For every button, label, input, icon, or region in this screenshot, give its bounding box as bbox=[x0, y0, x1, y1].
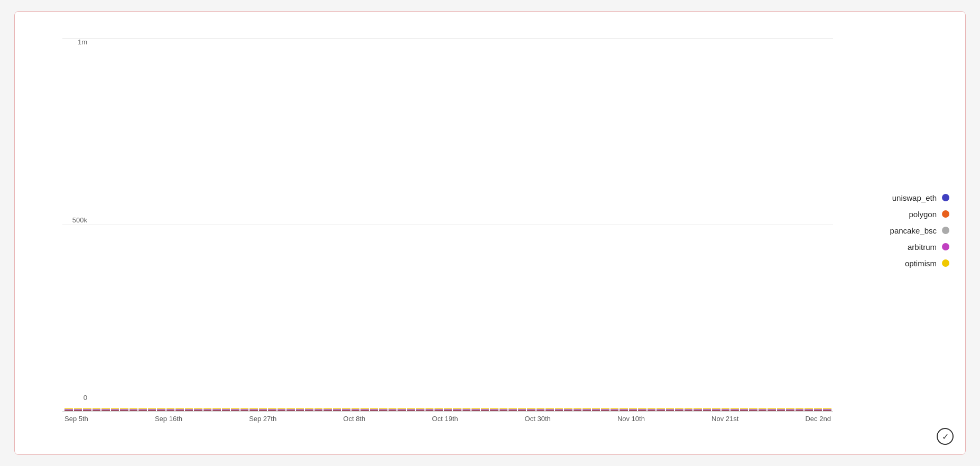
bar-segment-uniswap bbox=[657, 411, 665, 411]
bar-segment-uniswap bbox=[500, 411, 508, 411]
bar-segment-uniswap bbox=[360, 411, 369, 411]
bar-segment-uniswap bbox=[389, 411, 397, 411]
bar-group bbox=[453, 408, 461, 411]
bar-segment-uniswap bbox=[722, 411, 730, 411]
bar-group bbox=[648, 408, 656, 411]
bar-segment-uniswap bbox=[286, 411, 295, 411]
bar-segment-uniswap bbox=[694, 411, 702, 411]
bar-segment-uniswap bbox=[805, 411, 813, 411]
bar-group bbox=[360, 408, 369, 411]
bar-group bbox=[629, 408, 637, 411]
bar-segment-uniswap bbox=[83, 411, 91, 411]
bar-group bbox=[657, 408, 665, 411]
bar-segment-uniswap bbox=[648, 411, 656, 411]
bar-group bbox=[185, 408, 193, 411]
bar-segment-uniswap bbox=[731, 411, 739, 411]
bar-segment-uniswap bbox=[434, 411, 443, 411]
bar-group bbox=[574, 408, 582, 411]
bar-segment-uniswap bbox=[323, 411, 332, 411]
bar-segment-uniswap bbox=[685, 411, 693, 411]
bar-group bbox=[83, 408, 91, 411]
bar-segment-uniswap bbox=[278, 411, 286, 411]
bar-group bbox=[416, 408, 424, 411]
bar-segment-uniswap bbox=[268, 411, 276, 411]
bar-group bbox=[194, 408, 202, 411]
bar-segment-uniswap bbox=[397, 411, 406, 411]
chart-container: 1m 500k 0 Sep 5thSep 16thSep 27thOct 8th… bbox=[14, 11, 966, 455]
bar-group bbox=[157, 408, 165, 411]
bar-group bbox=[434, 408, 443, 411]
bar-segment-uniswap bbox=[259, 411, 267, 411]
bar-group bbox=[444, 408, 452, 411]
bar-segment-uniswap bbox=[222, 411, 230, 411]
legend-item-polygon: polygon bbox=[844, 210, 949, 219]
bar-segment-uniswap bbox=[426, 411, 434, 411]
bar-group bbox=[675, 408, 683, 411]
bar-segment-uniswap bbox=[138, 411, 147, 411]
bar-segment-uniswap bbox=[796, 411, 804, 411]
bar-group bbox=[175, 408, 184, 411]
bar-group bbox=[333, 408, 341, 411]
bar-group bbox=[583, 408, 591, 411]
bar-segment-uniswap bbox=[666, 411, 674, 411]
bar-segment-uniswap bbox=[768, 411, 776, 411]
legend-label: polygon bbox=[909, 210, 937, 219]
bar-segment-uniswap bbox=[93, 411, 101, 411]
legend-label: pancake_bsc bbox=[890, 226, 937, 235]
legend-dot bbox=[942, 194, 949, 201]
bar-segment-uniswap bbox=[786, 411, 794, 411]
bar-segment-uniswap bbox=[333, 411, 341, 411]
bar-segment-uniswap bbox=[509, 411, 517, 411]
bar-segment-uniswap bbox=[296, 411, 304, 411]
bar-segment-uniswap bbox=[471, 411, 480, 411]
bar-group bbox=[286, 408, 295, 411]
legend-dot bbox=[942, 243, 949, 250]
bar-segment-uniswap bbox=[342, 411, 350, 411]
bar-group bbox=[204, 408, 212, 411]
bar-segment-uniswap bbox=[379, 411, 387, 411]
legend-item-arbitrum: arbitrum bbox=[844, 243, 949, 251]
bar-group bbox=[805, 408, 813, 411]
bar-group bbox=[481, 408, 489, 411]
legend-item-uniswap_eth: uniswap_eth bbox=[844, 193, 949, 202]
bar-group bbox=[546, 408, 554, 411]
bar-group bbox=[296, 408, 304, 411]
bars-area bbox=[62, 38, 833, 412]
bar-group bbox=[814, 408, 822, 411]
bar-group bbox=[101, 408, 110, 411]
bar-segment-uniswap bbox=[148, 411, 156, 411]
bar-segment-uniswap bbox=[194, 411, 202, 411]
bar-segment-uniswap bbox=[231, 411, 239, 411]
bar-segment-uniswap bbox=[167, 411, 175, 411]
x-axis-label: Oct 30th bbox=[525, 415, 551, 423]
bar-segment-uniswap bbox=[777, 411, 785, 411]
bar-segment-uniswap bbox=[675, 411, 683, 411]
bar-segment-uniswap bbox=[583, 411, 591, 411]
x-axis-label: Oct 8th bbox=[343, 415, 365, 423]
bar-group bbox=[463, 408, 471, 411]
check-badge: ✓ bbox=[937, 428, 954, 445]
bar-segment-uniswap bbox=[175, 411, 184, 411]
bar-segment-uniswap bbox=[120, 411, 128, 411]
bar-segment-uniswap bbox=[407, 411, 415, 411]
bar-group bbox=[722, 408, 730, 411]
bar-segment-uniswap bbox=[574, 411, 582, 411]
bar-group bbox=[379, 408, 387, 411]
bar-segment-uniswap bbox=[130, 411, 138, 411]
bar-group bbox=[703, 408, 711, 411]
bar-segment-uniswap bbox=[601, 411, 609, 411]
x-axis-label: Dec 2nd bbox=[805, 415, 830, 423]
bar-segment-uniswap bbox=[703, 411, 711, 411]
bar-segment-uniswap bbox=[64, 411, 73, 411]
bar-segment-uniswap bbox=[453, 411, 461, 411]
bar-group bbox=[564, 408, 572, 411]
bar-segment-uniswap bbox=[537, 411, 545, 411]
bar-segment-uniswap bbox=[212, 411, 221, 411]
bar-segment-uniswap bbox=[740, 411, 748, 411]
bar-segment-uniswap bbox=[305, 411, 313, 411]
bar-segment-uniswap bbox=[157, 411, 165, 411]
bar-group bbox=[740, 408, 748, 411]
bar-segment-uniswap bbox=[315, 411, 323, 411]
bar-group bbox=[407, 408, 415, 411]
bar-segment-uniswap bbox=[518, 411, 526, 411]
